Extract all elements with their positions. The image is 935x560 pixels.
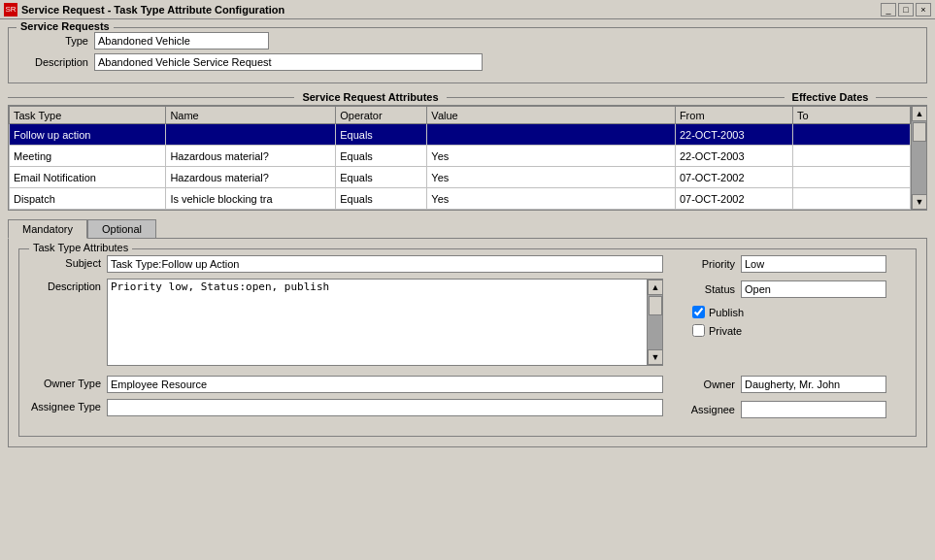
publish-row: Publish [692,306,906,318]
table-cell: Hazardous material? [166,167,336,188]
description-row: Description [17,53,918,71]
type-row: Type [17,32,918,49]
col-header-to: To [792,107,910,124]
service-requests-title: Service Requests [17,20,114,32]
data-table-wrapper: Task Type Name Operator Value From To Fo… [8,105,927,211]
maximize-button[interactable]: □ [898,3,914,16]
assignee-row: Assignee [683,401,906,418]
window-title: Service Request - Task Type Attribute Co… [21,4,284,16]
attributes-table: Task Type Name Operator Value From To Fo… [9,106,911,210]
table-cell: Equals [336,167,427,188]
assignee-label: Assignee [683,404,741,415]
scroll-down-button[interactable]: ▼ [912,194,927,210]
close-button[interactable]: × [916,3,931,16]
table-row[interactable]: Email NotificationHazardous material?Equ… [10,167,911,188]
assignee-input[interactable] [741,401,886,418]
desc-scroll-track [648,295,662,349]
attrs-layout: Subject Description Priority low, Status… [29,255,906,372]
private-row: Private [692,324,906,337]
desc-scroll-up[interactable]: ▲ [648,280,663,295]
assignee-type-label: Assignee Type [29,399,107,412]
table-cell: Is vehicle blocking tra [166,188,336,210]
tabs-row: Mandatory Optional [8,218,927,238]
service-request-attrs-header: Service Request Attributes [294,91,446,103]
table-cell: Equals [336,188,427,210]
scroll-thumb[interactable] [913,122,926,142]
status-input[interactable] [741,280,886,298]
table-cell: Yes [427,167,676,188]
col-header-tasktype: Task Type [10,107,166,124]
table-cell: Equals [336,124,427,146]
desc-label: Description [29,279,107,292]
col-header-operator: Operator [336,107,427,124]
type-label: Type [17,35,94,47]
col-header-from: From [675,107,792,124]
bottom-rows: Owner Type Assignee Type Owner [29,376,906,426]
table-row[interactable]: DispatchIs vehicle blocking traEqualsYes… [10,188,911,210]
table-cell: 22-OCT-2003 [675,124,792,146]
table-cell [427,124,676,146]
priority-input[interactable] [741,255,886,273]
task-attrs-title: Task Type Attributes [29,242,132,253]
table-cell: Follow up action [10,124,166,146]
subject-input[interactable] [107,255,663,273]
desc-textarea-wrapper: Priority low, Status:open, publish ▲ ▼ [107,279,663,366]
desc-scroll-thumb[interactable] [649,296,662,315]
table-scrollbar[interactable]: ▲ ▼ [911,106,926,210]
table-row[interactable]: Follow up actionEquals22-OCT-2003 [10,124,911,146]
tabs-container: Mandatory Optional Task Type Attributes … [8,218,927,447]
table-cell: Email Notification [10,167,166,188]
window-controls: _ □ × [881,3,931,16]
status-label: Status [683,283,741,295]
table-cell: Dispatch [10,188,166,210]
app-icon: SR [4,3,17,16]
table-cell [792,124,910,146]
bottom-right: Owner Assignee [683,376,906,426]
table-cell [166,124,336,146]
publish-checkbox[interactable] [692,306,705,318]
publish-label: Publish [709,307,744,318]
table-cell [792,167,910,188]
desc-scroll-down[interactable]: ▼ [648,349,663,365]
desc-scrollbar[interactable]: ▲ ▼ [648,279,663,366]
owner-type-input[interactable] [107,376,663,393]
table-cell: Equals [336,146,427,167]
col-header-value: Value [427,107,676,124]
bottom-left: Owner Type Assignee Type [29,376,663,426]
subject-label: Subject [29,255,107,269]
table-row[interactable]: MeetingHazardous material?EqualsYes22-OC… [10,146,911,167]
description-input[interactable] [94,53,483,71]
table-cell: Yes [427,146,676,167]
table-cell: Meeting [10,146,166,167]
assignee-type-input[interactable] [107,399,663,416]
scroll-track [912,121,926,194]
table-cell: 22-OCT-2003 [675,146,792,167]
table-cell [792,146,910,167]
minimize-button[interactable]: _ [881,3,896,16]
main-window: Service Requests Type Description Servic… [0,19,935,560]
tab-mandatory[interactable]: Mandatory [8,219,87,239]
attrs-right-col: Priority Status Publish [683,255,906,372]
subject-row: Subject [29,255,663,273]
table-cell [792,188,910,210]
desc-textarea[interactable]: Priority low, Status:open, publish [107,279,648,366]
assignee-type-row: Assignee Type [29,399,663,416]
attrs-left-col: Subject Description Priority low, Status… [29,255,663,372]
owner-type-label: Owner Type [29,376,107,389]
tab-optional[interactable]: Optional [87,219,156,239]
owner-row: Owner [683,376,906,393]
data-table-scroll: Task Type Name Operator Value From To Fo… [9,106,911,210]
table-cell: Yes [427,188,676,210]
col-header-name: Name [166,107,336,124]
owner-type-row: Owner Type [29,376,663,393]
scroll-up-button[interactable]: ▲ [912,106,927,121]
private-checkbox[interactable] [692,324,705,337]
type-input[interactable] [94,32,269,49]
owner-input[interactable] [741,376,886,393]
task-attrs-group: Task Type Attributes Subject Description [18,248,917,437]
priority-label: Priority [683,258,741,270]
desc-row: Description Priority low, Status:open, p… [29,279,663,366]
service-requests-group: Service Requests Type Description [8,27,927,83]
tab-content: Task Type Attributes Subject Description [8,238,927,447]
status-row: Status [683,280,906,298]
